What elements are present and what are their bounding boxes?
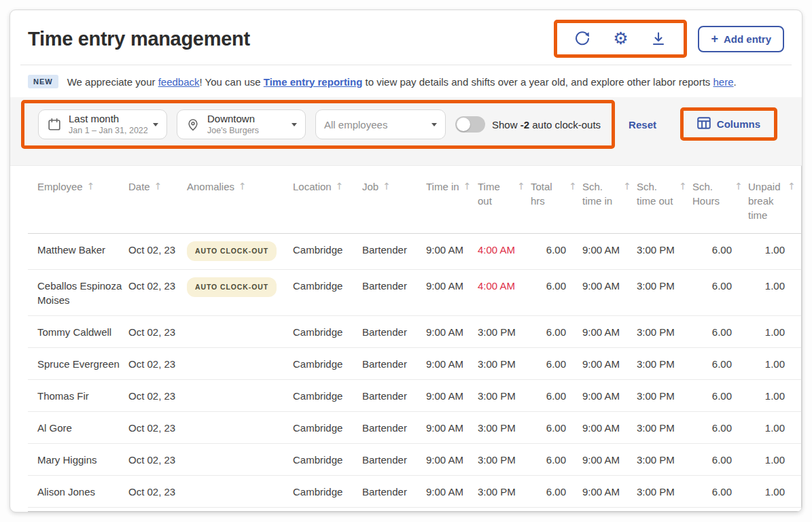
new-badge: NEW [28, 75, 58, 88]
chevron-down-icon [431, 123, 437, 126]
cell-unpaid_break: 1.00 [748, 316, 801, 348]
cell-job: Bartender [362, 380, 426, 412]
cell-location: Cambridge [293, 234, 362, 270]
cell-unpaid_break: 1.00 [748, 348, 801, 380]
sort-arrow-icon[interactable]: ↑ [239, 179, 247, 194]
sort-arrow-icon[interactable]: ↑ [735, 179, 743, 194]
page-header: Time entry management ⚙ + Add entry [10, 10, 802, 65]
location-select[interactable]: Downtown Joe's Burgers [177, 109, 306, 139]
sort-arrow-icon[interactable]: ↑ [87, 179, 95, 194]
cell-unpaid_break: 1.00 [748, 380, 801, 412]
cell-sch_time_in: 9:00 AM [582, 476, 637, 508]
column-header-unpaid_break[interactable]: Unpaid break time↑ [748, 166, 801, 234]
here-link[interactable]: here [713, 76, 734, 88]
cell-unpaid_break: 1.00 [748, 412, 801, 444]
cell-sch_hours: 6.00 [692, 380, 748, 412]
sort-arrow-icon[interactable]: ↑ [623, 179, 631, 194]
column-header-anomalies[interactable]: Anomalies↑ [187, 166, 293, 234]
auto-clock-outs-toggle[interactable] [455, 116, 485, 133]
sort-arrow-icon[interactable]: ↑ [463, 179, 472, 194]
cell-time_in: 9:00 AM [426, 412, 478, 444]
cell-total_hrs: 6.00 [531, 380, 582, 412]
cell-location: Cambridge [293, 316, 362, 348]
download-icon[interactable] [650, 30, 667, 48]
time-entry-card: Time entry management ⚙ + Add entry NEW … [10, 10, 802, 512]
cell-anomalies [187, 380, 293, 412]
column-header-employee[interactable]: Employee↑ [28, 166, 128, 234]
table-row[interactable]: Matthew BakerOct 02, 23AUTO CLOCK-OUTCam… [28, 234, 801, 270]
column-header-job[interactable]: Job↑ [362, 166, 426, 234]
add-entry-button[interactable]: + Add entry [698, 26, 784, 52]
columns-button[interactable]: Columns [692, 116, 766, 133]
table-row[interactable]: Alison JonesOct 02, 23CambridgeBartender… [28, 476, 801, 508]
cell-sch_time_in: 9:00 AM [582, 270, 637, 316]
column-header-sch_hours[interactable]: Sch. Hours↑ [692, 166, 748, 234]
cell-sch_hours: 6.00 [692, 476, 748, 508]
sort-arrow-icon[interactable]: ↑ [788, 179, 796, 194]
cell-anomalies [187, 316, 293, 348]
table-row[interactable]: Al GoreOct 02, 23CambridgeBartender9:00 … [28, 412, 801, 444]
cell-unpaid_break: 1.00 [748, 476, 801, 508]
sort-arrow-icon[interactable]: ↑ [679, 179, 687, 194]
cell-time_out: 3:00 PM [478, 412, 531, 444]
table-row[interactable]: Mary HigginsOct 02, 23CambridgeBartender… [28, 444, 801, 476]
time-entry-reporting-link[interactable]: Time entry reporting [264, 76, 363, 88]
horizontal-scrollbar[interactable] [28, 511, 801, 512]
feedback-link[interactable]: feedback [158, 76, 200, 88]
date-range-label: Last month [69, 113, 146, 125]
column-label: Employee [37, 179, 83, 194]
column-label: Location [293, 179, 332, 194]
header-actions: ⚙ + Add entry [554, 20, 784, 58]
sort-arrow-icon[interactable]: ↑ [383, 179, 391, 194]
employees-select[interactable]: All employees [315, 109, 446, 139]
sort-arrow-icon[interactable]: ↑ [336, 179, 344, 194]
column-header-time_in[interactable]: Time in↑ [426, 166, 478, 234]
cell-employee: Spruce Evergreen [28, 348, 128, 380]
cell-job: Bartender [362, 316, 426, 348]
columns-label: Columns [717, 118, 760, 130]
column-header-time_out[interactable]: Time out↑ [478, 166, 531, 234]
toggle-label: Show -2 auto clock-outs [492, 119, 601, 130]
cell-time_in: 9:00 AM [426, 444, 478, 476]
reset-button[interactable]: Reset [629, 119, 656, 130]
refresh-icon[interactable] [573, 30, 591, 48]
column-header-total_hrs[interactable]: Total hrs↑ [531, 166, 582, 234]
cell-employee: Matthew Baker [28, 234, 128, 270]
settings-gear-icon[interactable]: ⚙ [612, 30, 629, 48]
cell-time_in: 9:00 AM [426, 270, 478, 316]
column-label: Sch. time out [637, 179, 675, 208]
cell-employee: Al Gore [28, 412, 128, 444]
sort-arrow-icon[interactable]: ↑ [569, 179, 577, 194]
cell-total_hrs: 6.00 [531, 234, 582, 270]
cell-job: Bartender [362, 476, 426, 508]
cell-time_in: 9:00 AM [426, 380, 478, 412]
cell-anomalies [187, 444, 293, 476]
cell-location: Cambridge [293, 380, 362, 412]
cell-anomalies [187, 412, 293, 444]
column-label: Time out [478, 179, 513, 208]
cell-job: Bartender [362, 234, 426, 270]
column-header-location[interactable]: Location↑ [293, 166, 362, 234]
date-range-select[interactable]: Last month Jan 1 – Jan 31, 2022 [38, 109, 167, 139]
cell-time_in: 9:00 AM [426, 316, 478, 348]
table-row[interactable]: Ceballos Espinoza MoisesOct 02, 23AUTO C… [28, 270, 801, 316]
column-header-date[interactable]: Date↑ [128, 166, 187, 234]
column-header-sch_time_out[interactable]: Sch. time out↑ [637, 166, 692, 234]
annotation-box-toolbar: ⚙ [554, 20, 687, 58]
column-header-sch_time_in[interactable]: Sch. time in↑ [582, 166, 637, 234]
location-pin-icon [186, 117, 200, 132]
table-row[interactable]: Thomas FirOct 02, 23CambridgeBartender9:… [28, 380, 801, 412]
column-label: Sch. Hours [692, 179, 730, 208]
employees-placeholder: All employees [324, 119, 387, 130]
auto-clock-out-badge: AUTO CLOCK-OUT [187, 241, 277, 261]
cell-sch_hours: 6.00 [692, 270, 748, 316]
table-row[interactable]: Spruce EvergreenOct 02, 23CambridgeBarte… [28, 348, 801, 380]
sort-arrow-icon[interactable]: ↑ [517, 179, 525, 194]
cell-date: Oct 02, 23 [128, 380, 187, 412]
cell-total_hrs: 6.00 [531, 444, 582, 476]
sort-arrow-icon[interactable]: ↑ [154, 179, 162, 194]
table-row[interactable]: Tommy CaldwellOct 02, 23CambridgeBartend… [28, 316, 801, 348]
cell-total_hrs: 6.00 [531, 316, 582, 348]
cell-unpaid_break: 1.00 [748, 270, 801, 316]
cell-location: Cambridge [293, 444, 362, 476]
